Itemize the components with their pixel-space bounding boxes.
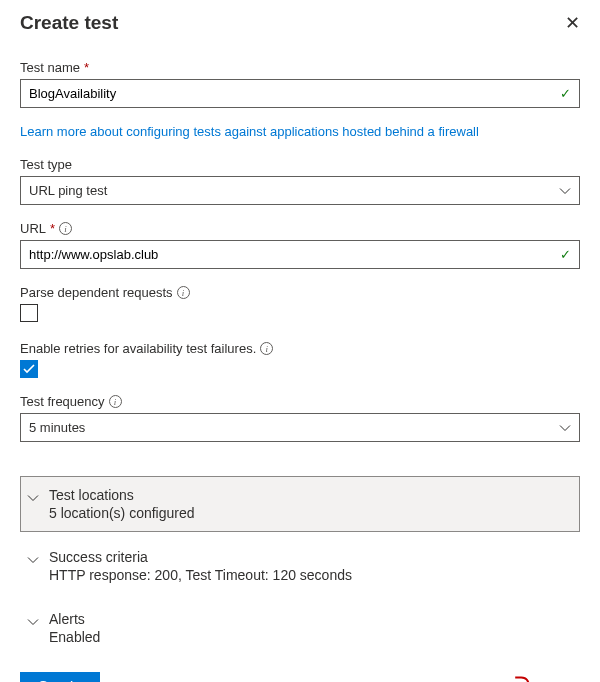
info-icon[interactable]: i [59, 222, 72, 235]
url-input-wrap[interactable]: ✓ [20, 240, 580, 269]
test-frequency-select[interactable]: 5 minutes [20, 413, 580, 442]
test-type-select[interactable]: URL ping test [20, 176, 580, 205]
section-sub: 5 location(s) configured [49, 505, 573, 521]
learn-more-link[interactable]: Learn more about configuring tests again… [20, 124, 479, 139]
page-title: Create test [20, 12, 118, 34]
test-type-label: Test type [20, 157, 580, 172]
close-icon[interactable]: ✕ [565, 14, 580, 32]
section-sub: Enabled [49, 629, 573, 645]
section-title: Alerts [49, 611, 573, 627]
info-icon[interactable]: i [177, 286, 190, 299]
chevron-down-icon[interactable] [27, 611, 39, 629]
watermark-logo-icon: ᘐ [514, 672, 531, 682]
parse-dependent-checkbox[interactable] [20, 304, 38, 322]
info-icon[interactable]: i [260, 342, 273, 355]
create-button[interactable]: Create [20, 672, 100, 682]
section-sub: HTTP response: 200, Test Timeout: 120 se… [49, 567, 573, 583]
test-frequency-label: Test frequency i [20, 394, 580, 409]
chevron-down-icon [559, 424, 571, 432]
info-icon[interactable]: i [109, 395, 122, 408]
url-label: URL* i [20, 221, 580, 236]
section-title: Test locations [49, 487, 573, 503]
chevron-down-icon [559, 187, 571, 195]
test-locations-section[interactable]: Test locations 5 location(s) configured [20, 476, 580, 532]
alerts-section[interactable]: Alerts Enabled [20, 600, 580, 656]
success-criteria-section[interactable]: Success criteria HTTP response: 200, Tes… [20, 538, 580, 594]
test-name-input-wrap[interactable]: ✓ [20, 79, 580, 108]
chevron-down-icon[interactable] [27, 487, 39, 505]
enable-retries-label: Enable retries for availability test fai… [20, 341, 580, 356]
chevron-down-icon[interactable] [27, 549, 39, 567]
watermark: ᘐ 亿速云 [514, 672, 580, 682]
parse-dependent-label: Parse dependent requests i [20, 285, 580, 300]
url-input[interactable] [21, 241, 579, 268]
test-name-label: Test name* [20, 60, 580, 75]
enable-retries-checkbox[interactable] [20, 360, 38, 378]
section-title: Success criteria [49, 549, 573, 565]
test-name-input[interactable] [21, 80, 579, 107]
